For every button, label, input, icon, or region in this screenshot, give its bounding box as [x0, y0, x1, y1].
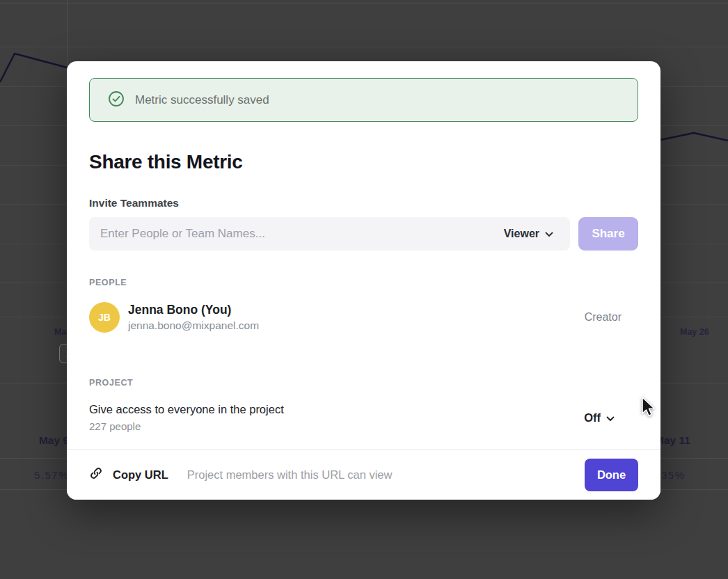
project-section-label: PROJECT — [89, 378, 638, 388]
chevron-down-icon — [606, 411, 615, 425]
app-window: Ma May 26 1 May 9 May 11 5.57% 35% Metri… — [0, 0, 728, 579]
project-access-value: Off — [584, 411, 601, 425]
member-row: JB Jenna Bono (You) jenna.bono@mixpanel.… — [89, 302, 638, 333]
share-button[interactable]: Share — [578, 217, 638, 251]
success-banner-message: Metric successfully saved — [135, 93, 269, 107]
link-icon — [89, 466, 103, 483]
member-role-label: Creator — [585, 311, 622, 324]
project-access-text: Give access to everyone in the project 2… — [89, 402, 284, 434]
success-banner: Metric successfully saved — [89, 78, 638, 122]
invite-people-input[interactable] — [100, 227, 504, 241]
modal-footer: Copy URL Project members with this URL c… — [67, 449, 660, 500]
avatar: JB — [89, 302, 120, 333]
x-axis-label-left: Ma — [54, 327, 66, 337]
copy-url-hint: Project members with this URL can view — [187, 468, 393, 482]
project-access-row: Give access to everyone in the project 2… — [89, 402, 638, 434]
invite-teammates-label: Invite Teammates — [89, 197, 638, 209]
success-check-icon — [108, 90, 125, 110]
member-identity: Jenna Bono (You) jenna.bono@mixpanel.com — [128, 302, 259, 333]
invite-input-container: Viewer — [89, 217, 570, 251]
table-header-left: May 9 — [28, 434, 69, 447]
done-button[interactable]: Done — [585, 459, 638, 491]
role-dropdown-value: Viewer — [504, 228, 539, 240]
chevron-down-icon — [545, 228, 553, 240]
mouse-cursor — [640, 397, 658, 420]
project-access-title: Give access to everyone in the project — [89, 402, 284, 417]
share-metric-modal: Metric successfully saved Share this Met… — [67, 61, 660, 500]
project-member-count: 227 people — [89, 420, 284, 434]
table-value-right: 35% — [661, 469, 686, 481]
table-value-left: 5.57% — [28, 469, 69, 481]
project-access-dropdown[interactable]: Off — [584, 411, 615, 425]
member-email: jenna.bono@mixpanel.com — [128, 319, 259, 333]
copy-url-button[interactable]: Copy URL — [89, 466, 168, 483]
member-name: Jenna Bono (You) — [128, 302, 259, 317]
copy-url-label: Copy URL — [113, 468, 168, 482]
x-axis-label-right: May 26 — [680, 327, 709, 337]
invite-row: Viewer Share — [89, 217, 638, 251]
role-dropdown[interactable]: Viewer — [504, 228, 553, 240]
modal-title: Share this Metric — [89, 152, 638, 173]
people-section-label: PEOPLE — [89, 278, 638, 288]
